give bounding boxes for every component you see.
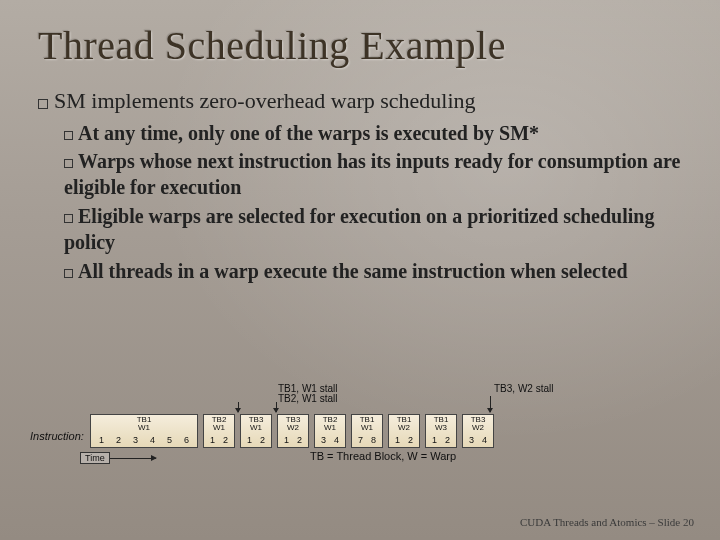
bullet-top-text: SM implements zero-overhead warp schedul…: [54, 88, 476, 113]
sub-bullet-list: At any time, only one of the warps is ex…: [38, 120, 682, 284]
instruction-block: TB2W112: [203, 414, 235, 448]
block-header: TB1W1: [91, 415, 197, 433]
instruction-block: TB3W234: [462, 414, 494, 448]
instruction-number: 2: [110, 436, 127, 445]
instruction-number: 2: [404, 436, 417, 445]
block-header: TB1W2: [389, 415, 419, 433]
instruction-number: 1: [280, 436, 293, 445]
diagram-legend: TB = Thread Block, W = Warp: [310, 450, 456, 462]
sub-bullet: At any time, only one of the warps is ex…: [64, 120, 682, 146]
slide-title: Thread Scheduling Example: [38, 22, 682, 69]
stall-label-tb3: TB3, W2 stall: [494, 384, 553, 394]
block-numbers: 12: [278, 433, 308, 447]
sub-bullet-text: Eligible warps are selected for executio…: [64, 205, 654, 253]
instruction-number: 1: [206, 436, 219, 445]
instruction-number: 1: [428, 436, 441, 445]
square-bullet-icon: [64, 159, 73, 168]
stall-line: TB3, W2 stall: [494, 384, 553, 394]
block-numbers: 34: [315, 433, 345, 447]
slide-footer: CUDA Threads and Atomics – Slide 20: [520, 516, 694, 528]
instruction-number: 3: [465, 436, 478, 445]
instruction-block: TB3W212: [277, 414, 309, 448]
sub-bullet-text: All threads in a warp execute the same i…: [78, 260, 628, 282]
block-numbers: 12: [241, 433, 271, 447]
instruction-block: TB2W134: [314, 414, 346, 448]
square-bullet-icon: [64, 131, 73, 140]
instruction-block: TB1W312: [425, 414, 457, 448]
block-header: TB2W1: [315, 415, 345, 433]
sub-bullet-text: At any time, only one of the warps is ex…: [78, 122, 539, 144]
sub-bullet-text: Warps whose next instruction has its inp…: [64, 150, 680, 198]
sub-bullet: Eligible warps are selected for executio…: [64, 203, 682, 256]
time-label: Time: [80, 452, 110, 464]
instruction-number: 1: [243, 436, 256, 445]
sub-bullet: All threads in a warp execute the same i…: [64, 258, 682, 284]
instruction-number: 7: [354, 436, 367, 445]
stall-line: TB2, W1 stall: [278, 394, 337, 404]
stall-label-tb1: TB1, W1 stall TB2, W1 stall: [278, 384, 337, 404]
instruction-number: 2: [293, 436, 306, 445]
instruction-number: 2: [256, 436, 269, 445]
block-header: TB1W3: [426, 415, 456, 433]
instruction-number: 3: [127, 436, 144, 445]
stall-arrow-icon: [490, 396, 491, 412]
instruction-label: Instruction:: [30, 430, 84, 442]
block-header: TB3W2: [278, 415, 308, 433]
instruction-number: 5: [161, 436, 178, 445]
square-bullet-icon: [64, 214, 73, 223]
square-bullet-icon: [38, 99, 48, 109]
block-numbers: 34: [463, 433, 493, 447]
instruction-number: 2: [441, 436, 454, 445]
slide: Thread Scheduling Example SM implements …: [0, 0, 720, 540]
instruction-number: 6: [178, 436, 195, 445]
instruction-number: 4: [478, 436, 491, 445]
instruction-block: TB1W1123456: [90, 414, 198, 448]
arrow-right-icon: [110, 458, 156, 459]
instruction-block: TB1W212: [388, 414, 420, 448]
block-numbers: 78: [352, 433, 382, 447]
stall-arrow-icon: [276, 402, 277, 412]
instruction-number: 1: [93, 436, 110, 445]
block-header: TB3W1: [241, 415, 271, 433]
bullet-top: SM implements zero-overhead warp schedul…: [38, 87, 682, 284]
instruction-number: 3: [317, 436, 330, 445]
instruction-number: 2: [219, 436, 232, 445]
instruction-block: TB1W178: [351, 414, 383, 448]
block-numbers: 12: [389, 433, 419, 447]
block-numbers: 12: [204, 433, 234, 447]
block-numbers: 12: [426, 433, 456, 447]
bullet-list: SM implements zero-overhead warp schedul…: [38, 87, 682, 284]
square-bullet-icon: [64, 269, 73, 278]
block-numbers: 123456: [91, 433, 197, 447]
instruction-number: 4: [330, 436, 343, 445]
stall-arrow-icon: [238, 402, 239, 412]
sub-bullet: Warps whose next instruction has its inp…: [64, 148, 682, 201]
block-header: TB1W1: [352, 415, 382, 433]
block-header: TB3W2: [463, 415, 493, 433]
instruction-number: 4: [144, 436, 161, 445]
time-arrow: Time: [80, 452, 156, 464]
instruction-number: 8: [367, 436, 380, 445]
instruction-blocks: TB1W1123456TB2W112TB3W112TB3W212TB2W134T…: [90, 414, 494, 448]
instruction-block: TB3W112: [240, 414, 272, 448]
block-header: TB2W1: [204, 415, 234, 433]
instruction-number: 1: [391, 436, 404, 445]
